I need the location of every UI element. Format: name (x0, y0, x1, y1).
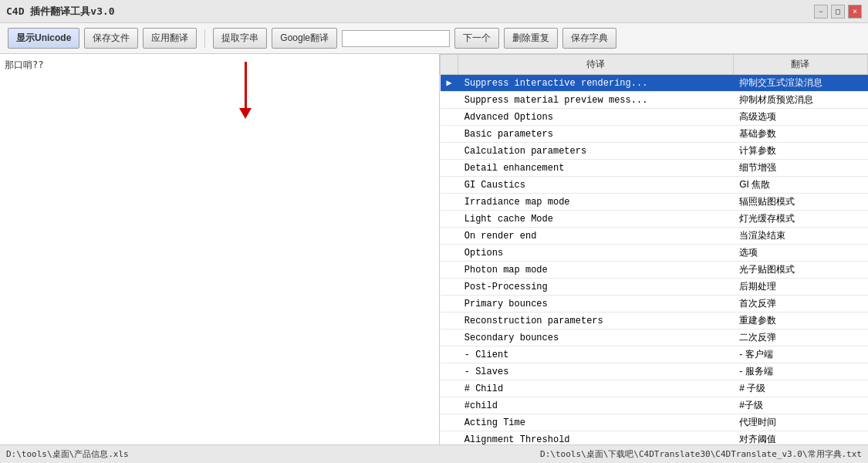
row-arrow (441, 397, 458, 414)
table-row[interactable]: #child#子级 (441, 397, 868, 414)
source-cell: On render end (458, 228, 733, 245)
extract-string-button[interactable]: 提取字串 (213, 28, 267, 49)
row-arrow (441, 346, 458, 363)
left-panel: 那口哨?? (0, 54, 440, 444)
table-row[interactable]: Basic parameters基础参数 (441, 126, 868, 143)
row-arrow (441, 363, 458, 380)
table-row[interactable]: Photon map mode光子贴图模式 (441, 262, 868, 279)
search-input[interactable] (342, 30, 450, 47)
row-arrow (441, 177, 458, 194)
title-bar: C4D 插件翻译工具v3.0 － □ × (0, 0, 868, 23)
window-controls: － □ × (814, 5, 862, 19)
translation-cell: 灯光缓存模式 (733, 211, 867, 228)
minimize-button[interactable]: － (814, 5, 828, 19)
table-row[interactable]: - Slaves- 服务端 (441, 363, 868, 380)
arrow-column-header (441, 55, 458, 75)
translation-cell: - 服务端 (733, 363, 867, 380)
translation-cell: 选项 (733, 245, 867, 262)
remove-duplicates-button[interactable]: 删除重复 (504, 28, 558, 49)
row-arrow (441, 431, 458, 445)
save-file-button[interactable]: 保存文件 (84, 28, 138, 49)
table-row[interactable]: - Client- 客户端 (441, 346, 868, 363)
status-right: D:\tools\桌面\下载吧\C4DTranslate30\C4DTransl… (540, 448, 862, 460)
translation-cell: 二次反弹 (733, 330, 867, 346)
row-arrow (441, 109, 458, 126)
main-content: 那口哨?? 待译 翻译 ▶Suppress interactive render… (0, 54, 868, 444)
row-arrow (441, 92, 458, 109)
translation-cell: 首次反弹 (733, 296, 867, 313)
source-cell: Irradiance map mode (458, 194, 733, 211)
row-arrow (441, 228, 458, 245)
left-panel-text: 那口哨?? (5, 59, 43, 70)
source-cell: #child (458, 397, 733, 414)
unicode-button[interactable]: 显示Unicode (8, 28, 79, 49)
source-cell: Light cache Mode (458, 211, 733, 228)
translation-cell: 计算参数 (733, 143, 867, 160)
row-arrow (441, 245, 458, 262)
table-row[interactable]: Advanced Options高级选项 (441, 109, 868, 126)
table-row[interactable]: Post-Processing后期处理 (441, 279, 868, 296)
table-row[interactable]: Acting Time代理时间 (441, 414, 868, 431)
toolbar: 显示Unicode 保存文件 应用翻译 提取字串 Google翻译 下一个 删除… (0, 23, 868, 54)
source-cell: GI Caustics (458, 177, 733, 194)
table-row[interactable]: Primary bounces首次反弹 (441, 296, 868, 313)
table-row[interactable]: ▶Suppress interactive rendering...抑制交互式渲… (441, 75, 868, 92)
right-panel: 待译 翻译 ▶Suppress interactive rendering...… (440, 54, 868, 444)
status-left: D:\tools\桌面\产品信息.xls (6, 448, 129, 460)
translation-cell: #子级 (733, 397, 867, 414)
source-cell: Basic parameters (458, 126, 733, 143)
translation-cell: GI 焦散 (733, 177, 867, 194)
row-arrow: ▶ (441, 75, 458, 92)
translation-cell: 重建参数 (733, 313, 867, 330)
table-row[interactable]: Light cache Mode灯光缓存模式 (441, 211, 868, 228)
source-cell: # Child (458, 380, 733, 397)
row-arrow (441, 330, 458, 346)
row-arrow (441, 262, 458, 279)
table-row[interactable]: Alignment Threshold对齐阈值 (441, 431, 868, 445)
next-button[interactable]: 下一个 (454, 28, 499, 49)
table-row[interactable]: Irradiance map mode辐照贴图模式 (441, 194, 868, 211)
source-cell: Detail enhancement (458, 160, 733, 177)
apply-translation-button[interactable]: 应用翻译 (143, 28, 197, 49)
translation-cell: 高级选项 (733, 109, 867, 126)
close-button[interactable]: × (848, 5, 862, 19)
translation-column-header: 翻译 (733, 55, 867, 75)
source-cell: Photon map mode (458, 262, 733, 279)
source-cell: Advanced Options (458, 109, 733, 126)
translation-table: 待译 翻译 ▶Suppress interactive rendering...… (440, 54, 868, 444)
row-arrow (441, 313, 458, 330)
table-row[interactable]: Suppress material preview mess...抑制材质预览消… (441, 92, 868, 109)
table-row[interactable]: Options选项 (441, 245, 868, 262)
translation-cell: # 子级 (733, 380, 867, 397)
google-translate-button[interactable]: Google翻译 (272, 28, 337, 49)
table-row[interactable]: Secondary bounces二次反弹 (441, 330, 868, 346)
row-arrow (441, 126, 458, 143)
table-row[interactable]: Calculation parameters计算参数 (441, 143, 868, 160)
source-cell: Reconstruction parameters (458, 313, 733, 330)
table-row[interactable]: Detail enhancement细节增强 (441, 160, 868, 177)
app-title: C4D 插件翻译工具v3.0 (6, 5, 115, 19)
source-cell: Calculation parameters (458, 143, 733, 160)
source-cell: Acting Time (458, 414, 733, 431)
table-header-row: 待译 翻译 (441, 55, 868, 75)
source-cell: Secondary bounces (458, 330, 733, 346)
row-arrow (441, 211, 458, 228)
row-arrow (441, 194, 458, 211)
arrow-indicator (239, 62, 252, 119)
maximize-button[interactable]: □ (831, 5, 845, 19)
table-row[interactable]: # Child# 子级 (441, 380, 868, 397)
status-bar: D:\tools\桌面\产品信息.xls D:\tools\桌面\下载吧\C4D… (0, 444, 868, 463)
table-row[interactable]: On render end当渲染结束 (441, 228, 868, 245)
table-row[interactable]: Reconstruction parameters重建参数 (441, 313, 868, 330)
translation-cell: 细节增强 (733, 160, 867, 177)
translation-cell: 光子贴图模式 (733, 262, 867, 279)
translation-cell: 抑制交互式渲染消息 (733, 75, 867, 92)
translation-cell: 抑制材质预览消息 (733, 92, 867, 109)
table-row[interactable]: GI CausticsGI 焦散 (441, 177, 868, 194)
translation-cell: 对齐阈值 (733, 431, 867, 445)
save-dictionary-button[interactable]: 保存字典 (562, 28, 616, 49)
source-cell: - Slaves (458, 363, 733, 380)
source-cell: Primary bounces (458, 296, 733, 313)
row-arrow (441, 296, 458, 313)
translation-cell: 当渲染结束 (733, 228, 867, 245)
